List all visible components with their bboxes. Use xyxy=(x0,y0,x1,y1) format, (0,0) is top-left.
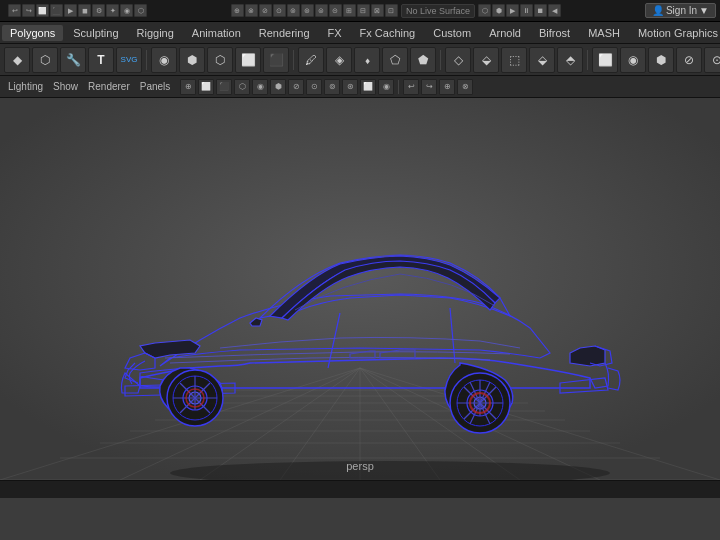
menu-tab-polygons[interactable]: Polygons xyxy=(2,25,63,41)
ao-icon[interactable]: ⊙ xyxy=(306,79,322,95)
menu-tab-custom[interactable]: Custom xyxy=(425,25,479,41)
shelf-pen-icon[interactable]: 🖊 xyxy=(298,47,324,73)
menu-tab-fxcaching[interactable]: Fx Caching xyxy=(352,25,424,41)
shelf-target-icon[interactable]: ⊘ xyxy=(676,47,702,73)
panels-menu[interactable]: Panels xyxy=(136,81,175,92)
renderer-menu[interactable]: Renderer xyxy=(84,81,134,92)
lights-icon[interactable]: ⬢ xyxy=(270,79,286,95)
menu-tab-mash[interactable]: MASH xyxy=(580,25,628,41)
show-menu[interactable]: Show xyxy=(49,81,82,92)
shelf-crease-icon[interactable]: ⬢ xyxy=(648,47,674,73)
sel-icon8[interactable]: ⊝ xyxy=(329,4,342,17)
menu-tab-motiongraphics[interactable]: Motion Graphics xyxy=(630,25,720,41)
person-icon: 👤 xyxy=(652,5,664,16)
persp-label: persp xyxy=(346,460,374,472)
shelf-cube-icon[interactable]: ⬛ xyxy=(263,47,289,73)
textured-icon[interactable]: ◉ xyxy=(252,79,268,95)
sign-in-label: Sign In xyxy=(666,5,697,16)
lighting-menu[interactable]: Lighting xyxy=(4,81,47,92)
tool4-icon[interactable]: ◼ xyxy=(78,4,91,17)
tool5-icon[interactable]: ⚙ xyxy=(92,4,105,17)
shelf-poly-icon[interactable]: ⬡ xyxy=(207,47,233,73)
shelf-divider-4 xyxy=(587,50,588,70)
undo-view-icon[interactable]: ↩ xyxy=(403,79,419,95)
menu-tab-rendering[interactable]: Rendering xyxy=(251,25,318,41)
redo-view-icon[interactable]: ↪ xyxy=(421,79,437,95)
shelf-settings-icon[interactable]: 🔧 xyxy=(60,47,86,73)
wireframe-icon[interactable]: ⬛ xyxy=(216,79,232,95)
shelf-diamond-icon[interactable]: ◈ xyxy=(326,47,352,73)
dropdown-icon: ▼ xyxy=(699,5,709,16)
shelf-divider-1 xyxy=(146,50,147,70)
titlebar-left: ↩ ↪ ⬜ ⬛ ▶ ◼ ⚙ ✦ ◉ ⬡ xyxy=(4,4,147,17)
snap-icon1[interactable]: ⬡ xyxy=(478,4,491,17)
snap-icon2[interactable]: ⬢ xyxy=(492,4,505,17)
menu-tab-rigging[interactable]: Rigging xyxy=(129,25,182,41)
snap-icon4[interactable]: ⏸ xyxy=(520,4,533,17)
viewport[interactable]: persp xyxy=(0,98,720,480)
shelf-mirror-icon[interactable]: ⬜ xyxy=(592,47,618,73)
sel-icon3[interactable]: ⊘ xyxy=(259,4,272,17)
menu-tab-bifrost[interactable]: Bifrost xyxy=(531,25,578,41)
xray-icon[interactable]: ⊛ xyxy=(342,79,358,95)
bookmark-icon[interactable]: ⊕ xyxy=(439,79,455,95)
sel-icon10[interactable]: ⊟ xyxy=(357,4,370,17)
shelf-select-icon[interactable]: ◆ xyxy=(4,47,30,73)
shelf-mesh-icon[interactable]: ⬡ xyxy=(32,47,58,73)
sel-icon7[interactable]: ⊜ xyxy=(315,4,328,17)
tool2-icon[interactable]: ⬛ xyxy=(50,4,63,17)
snap-icon3[interactable]: ▶ xyxy=(506,4,519,17)
tool1-icon[interactable]: ⬜ xyxy=(36,4,49,17)
shelf-bridge-icon[interactable]: ⬙ xyxy=(529,47,555,73)
tool7-icon[interactable]: ◉ xyxy=(120,4,133,17)
tool8-icon[interactable]: ⬡ xyxy=(134,4,147,17)
shelf-merge-icon[interactable]: ⊙ xyxy=(704,47,720,73)
shelf-divider-2 xyxy=(293,50,294,70)
shelf-arrow-icon[interactable]: ⬧ xyxy=(354,47,380,73)
shelf-box-icon[interactable]: ⬜ xyxy=(235,47,261,73)
shelf-circle-icon[interactable]: ◉ xyxy=(151,47,177,73)
reset-icon[interactable]: ⊗ xyxy=(457,79,473,95)
isolate-icon[interactable]: ⬜ xyxy=(360,79,376,95)
undo-icon[interactable]: ↩ xyxy=(8,4,21,17)
sel-icon4[interactable]: ⊙ xyxy=(273,4,286,17)
status-bar xyxy=(0,480,720,498)
shelf-hex-icon[interactable]: ⬢ xyxy=(179,47,205,73)
sel-icon9[interactable]: ⊞ xyxy=(343,4,356,17)
right-center-icons: ⬡ ⬢ ▶ ⏸ ⏹ ◀ xyxy=(478,4,561,17)
sel-icon1[interactable]: ⊕ xyxy=(231,4,244,17)
grid-icon[interactable]: ⬜ xyxy=(198,79,214,95)
shelf-shape2-icon[interactable]: ⬟ xyxy=(410,47,436,73)
shaded-icon[interactable]: ⬡ xyxy=(234,79,250,95)
center-icon-group: ⊕ ⊗ ⊘ ⊙ ⊚ ⊛ ⊜ ⊝ ⊞ ⊟ ⊠ ⊡ xyxy=(231,4,398,17)
shelf-boolean-icon[interactable]: ⬘ xyxy=(557,47,583,73)
sel-icon6[interactable]: ⊛ xyxy=(301,4,314,17)
shelf-shape1-icon[interactable]: ⬠ xyxy=(382,47,408,73)
sub-divider xyxy=(398,80,399,94)
tool6-icon[interactable]: ✦ xyxy=(106,4,119,17)
shadows-icon[interactable]: ⊘ xyxy=(288,79,304,95)
cam-icon[interactable]: ⊕ xyxy=(180,79,196,95)
tool3-icon[interactable]: ▶ xyxy=(64,4,77,17)
sel-icon12[interactable]: ⊡ xyxy=(385,4,398,17)
shelf-plane-icon[interactable]: ◇ xyxy=(445,47,471,73)
shelf-extrude-icon[interactable]: ⬙ xyxy=(473,47,499,73)
hud-icon[interactable]: ◉ xyxy=(378,79,394,95)
menu-tab-arnold[interactable]: Arnold xyxy=(481,25,529,41)
aa-icon[interactable]: ⊚ xyxy=(324,79,340,95)
redo-icon[interactable]: ↪ xyxy=(22,4,35,17)
snap-icon5[interactable]: ⏹ xyxy=(534,4,547,17)
sel-icon2[interactable]: ⊗ xyxy=(245,4,258,17)
menu-tab-sculpting[interactable]: Sculpting xyxy=(65,25,126,41)
menu-tab-fx[interactable]: FX xyxy=(320,25,350,41)
sel-icon5[interactable]: ⊚ xyxy=(287,4,300,17)
shelf-toolbar: ◆ ⬡ 🔧 T SVG ◉ ⬢ ⬡ ⬜ ⬛ 🖊 ◈ ⬧ ⬠ ⬟ ◇ ⬙ ⬚ ⬙ … xyxy=(0,44,720,76)
shelf-text-icon[interactable]: T xyxy=(88,47,114,73)
sign-in-button[interactable]: 👤 Sign In ▼ xyxy=(645,3,716,18)
shelf-svg-icon[interactable]: SVG xyxy=(116,47,142,73)
snap-icon6[interactable]: ◀ xyxy=(548,4,561,17)
menu-tab-animation[interactable]: Animation xyxy=(184,25,249,41)
shelf-smooth-icon[interactable]: ◉ xyxy=(620,47,646,73)
shelf-bevel-icon[interactable]: ⬚ xyxy=(501,47,527,73)
sel-icon11[interactable]: ⊠ xyxy=(371,4,384,17)
